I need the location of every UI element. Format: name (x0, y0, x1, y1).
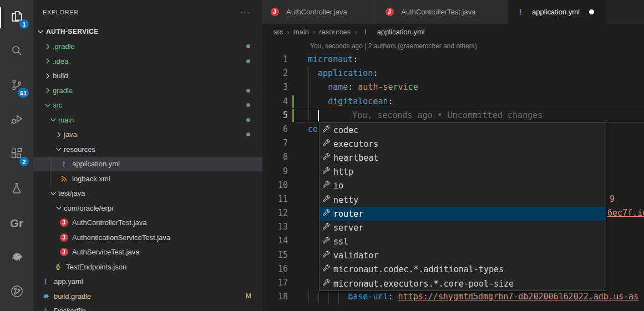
forked-circle-icon (9, 284, 24, 301)
vscode-window: 1512Gr EXPLORER ··· AUTH-SERVICE .gradle… (0, 0, 644, 311)
token-key: application (318, 68, 373, 78)
wrench-icon (322, 166, 331, 177)
indent-guide (308, 95, 309, 109)
gradle-elephant-icon (9, 249, 24, 267)
tab-AuthController.java[interactable]: JAuthController.java (262, 0, 377, 24)
tree-item[interactable]: {}TestEndpoints.json (33, 259, 262, 274)
gradle-file-icon (41, 292, 50, 300)
tree-item-label: build.gradle (54, 292, 91, 300)
breadcrumb-item[interactable]: src (273, 28, 283, 36)
tree-item[interactable]: src (33, 98, 262, 113)
suggestion-item[interactable]: heartbeat (320, 151, 606, 165)
tree-item[interactable]: .idea (33, 54, 262, 69)
tree-item-label: app.yaml (54, 277, 83, 285)
activity-bar: 1512Gr (0, 0, 33, 311)
code-line-1[interactable]: 1micronaut: (262, 53, 644, 67)
token-key: digitalocean (328, 96, 388, 106)
code-line-18[interactable]: 18 base-url: https://shygmtd5dmgrhn7-db2… (262, 290, 644, 304)
suggestion-item[interactable]: micronaut.executors.*.core-pool-size (320, 277, 606, 290)
tree-item[interactable]: java (33, 128, 262, 142)
tree-item[interactable]: JAuthServiceTest.java (33, 245, 262, 260)
suggestion-label: http (333, 167, 353, 177)
suggestion-item[interactable]: micronaut.codec.*.additional-types (320, 263, 606, 277)
line-number: 8 (262, 150, 288, 164)
suggestion-item[interactable]: executors (320, 137, 606, 151)
suggestion-label: validator (333, 251, 378, 261)
tree-item[interactable]: build.gradleM (33, 289, 262, 304)
tree-item[interactable]: !application.yml (33, 157, 262, 172)
code-text: name: auth-service (308, 80, 644, 94)
activity-search-button[interactable] (0, 34, 33, 69)
java-file-icon: J (59, 218, 68, 227)
code-line-4[interactable]: 4 digitalocean: (262, 95, 644, 109)
indent-guide (308, 109, 309, 123)
activity-testing-button[interactable] (0, 172, 33, 206)
code-line-2[interactable]: 2 application: (262, 67, 644, 80)
suggestion-item[interactable]: router (320, 207, 606, 221)
activity-explorer-button[interactable]: 1 (0, 0, 33, 34)
suggestion-item[interactable]: ssl (320, 235, 606, 249)
tree-item[interactable]: .gradle (33, 39, 262, 54)
activity-oracle-plugin-button[interactable] (0, 275, 33, 309)
suggestion-label: io (333, 181, 343, 191)
tree-item[interactable]: resources (33, 142, 262, 157)
chevron-down-icon (49, 189, 58, 198)
tab-AuthControllerTest.java[interactable]: JAuthControllerTest.java (377, 0, 508, 24)
suggestion-label: heartbeat (333, 153, 378, 163)
activity-extensions-button[interactable]: 2 (0, 137, 33, 172)
code-line-5[interactable]: 5You, seconds ago • Uncommitted changes (262, 109, 644, 123)
tree-item[interactable]: JAuthenticationServiceTest.java (33, 230, 262, 245)
breadcrumb-item[interactable]: resources (319, 28, 351, 36)
java-file-icon: J (59, 248, 68, 257)
code-editor[interactable]: You, seconds ago | 2 authors (graemeroch… (262, 39, 644, 311)
tree-item[interactable]: test/java (33, 186, 262, 201)
suggestion-item[interactable]: validator (320, 249, 606, 263)
activity-badge: 51 (18, 88, 29, 98)
more-actions-button[interactable]: ··· (240, 10, 250, 14)
tree-item[interactable]: logback.xml (33, 171, 262, 186)
tree-item-label: src (53, 101, 62, 109)
inline-blame: You, seconds ago • Uncommitted changes (352, 110, 542, 120)
tree-item[interactable]: JAuthControllerTest.java (33, 216, 262, 231)
breadcrumb-separator: › (287, 28, 289, 36)
suggestion-label: executors (333, 139, 378, 149)
yaml-file-icon: ! (59, 160, 68, 169)
line-number: 5 (262, 109, 288, 123)
tree-item-label: application.yml (72, 160, 120, 168)
tree-item[interactable]: !app.yaml (33, 274, 262, 289)
tree-item-label: resources (64, 145, 95, 154)
line-number: 2 (262, 67, 288, 80)
breadcrumb-item[interactable]: main (293, 28, 309, 36)
line-number: 1 (262, 53, 288, 67)
tree-item[interactable]: com/oracle/erpi (33, 201, 262, 216)
wrench-icon (322, 139, 331, 150)
tree-root-auth-service[interactable]: AUTH-SERVICE (33, 24, 262, 39)
activity-graalvm-button[interactable]: Gr (0, 206, 33, 241)
suggestion-item[interactable]: netty (320, 193, 606, 207)
token-pun: : (388, 292, 393, 302)
wrench-icon (322, 236, 331, 247)
suggestion-item[interactable]: codec (320, 123, 606, 137)
tree-item[interactable]: gradle (33, 83, 262, 98)
suggestion-item[interactable]: http (320, 165, 606, 179)
activity-gradle-button[interactable] (0, 241, 33, 275)
suggestion-item[interactable]: io (320, 179, 606, 193)
chevron-right-icon (43, 86, 52, 95)
code-line-3[interactable]: 3 name: auth-service (262, 80, 644, 94)
code-text: application: (308, 67, 644, 80)
codelens-authors[interactable]: You, seconds ago | 2 authors (graemeroch… (262, 39, 644, 53)
java-file-icon: J (60, 218, 68, 227)
run-debug-icon (9, 112, 24, 129)
tab-application.yml[interactable]: !application.yml (508, 0, 608, 24)
activity-source-control-button[interactable]: 51 (0, 69, 33, 103)
breadcrumb-file[interactable]: application.yml (377, 28, 425, 36)
suggestion-item[interactable]: server (320, 221, 606, 234)
line-number: 3 (262, 80, 288, 94)
wrench-icon (322, 195, 331, 206)
search-icon (9, 43, 24, 60)
tree-item[interactable]: Dockerfile (33, 304, 262, 311)
tree-item[interactable]: main (33, 113, 262, 128)
activity-run-debug-button[interactable] (0, 103, 33, 137)
java-file-icon: J (271, 8, 279, 16)
tree-item[interactable]: build (33, 69, 262, 84)
